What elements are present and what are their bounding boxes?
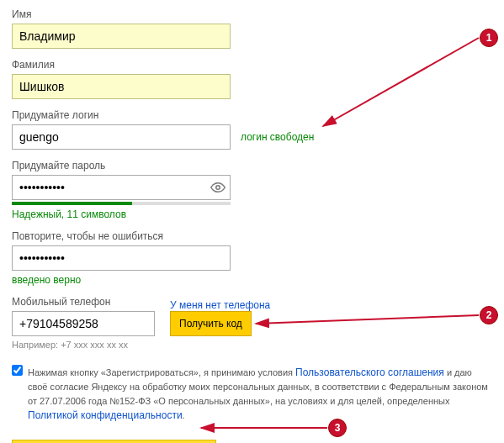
password-confirm-field: Повторите, чтобы не ошибиться введено ве… — [12, 230, 492, 286]
svg-point-0 — [216, 186, 220, 190]
login-available-status: логин свободен — [241, 131, 314, 143]
annotation-badge-2: 2 — [480, 306, 498, 324]
last-name-input[interactable] — [12, 74, 231, 99]
consent-suffix: . — [183, 410, 185, 420]
password-confirm-status: введено верно — [12, 274, 492, 286]
password-confirm-input[interactable] — [12, 245, 231, 271]
phone-hint: Например: +7 xxx xxx xx xx — [12, 340, 492, 350]
password-strength-fill — [12, 202, 132, 205]
consent-prefix: Нажимая кнопку «Зарегистрироваться», я п… — [28, 367, 295, 377]
first-name-label: Имя — [12, 8, 492, 20]
login-label: Придумайте логин — [12, 109, 492, 121]
password-field: Придумайте пароль Надежный, 11 символов — [12, 160, 492, 220]
get-code-button[interactable]: Получить код — [170, 311, 252, 336]
eye-icon[interactable] — [210, 180, 225, 195]
phone-label: Мобильный телефон — [12, 296, 155, 308]
consent-block: Нажимая кнопку «Зарегистрироваться», я п… — [12, 365, 492, 423]
annotation-badge-1: 1 — [480, 29, 498, 47]
annotation-badge-3: 3 — [328, 419, 347, 437]
password-strength-text: Надежный, 11 символов — [12, 208, 492, 220]
login-input[interactable] — [12, 124, 231, 150]
first-name-input[interactable] — [12, 24, 231, 49]
password-confirm-label: Повторите, чтобы не ошибиться — [12, 230, 492, 242]
phone-input[interactable] — [12, 311, 155, 336]
consent-checkbox[interactable] — [12, 365, 23, 376]
last-name-field: Фамилия — [12, 59, 492, 99]
last-name-label: Фамилия — [12, 59, 492, 71]
consent-text: Нажимая кнопку «Зарегистрироваться», я п… — [28, 365, 492, 423]
password-input[interactable] — [12, 175, 231, 200]
password-strength-bar — [12, 202, 231, 205]
no-phone-link[interactable]: У меня нет телефона — [170, 299, 270, 311]
privacy-policy-link[interactable]: Политикой конфиденциальности — [28, 409, 183, 421]
first-name-field: Имя — [12, 8, 492, 49]
login-field: Придумайте логин логин свободен — [12, 109, 492, 150]
register-button[interactable]: Зарегистрироваться — [12, 440, 216, 443]
password-label: Придумайте пароль — [12, 160, 492, 171]
registration-form: Имя Фамилия Придумайте логин логин свобо… — [12, 8, 492, 443]
user-agreement-link[interactable]: Пользовательского соглашения — [295, 367, 444, 378]
phone-field: Мобильный телефон У меня нет телефона По… — [12, 296, 492, 350]
